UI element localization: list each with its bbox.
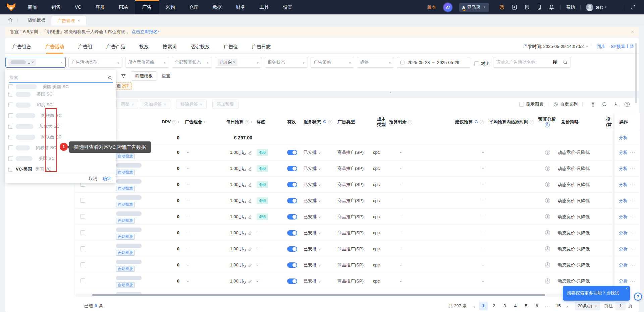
- search-icon[interactable]: [108, 75, 113, 80]
- subnav-item[interactable]: 否定投放: [191, 40, 210, 54]
- budget-analysis-icon[interactable]: $: [545, 278, 550, 284]
- money-circle-icon[interactable]: $: [545, 122, 550, 127]
- close-icon[interactable]: ×: [626, 286, 628, 291]
- refresh-icon[interactable]: [602, 102, 607, 107]
- campaign-type-select[interactable]: 广告活动类型∨: [68, 57, 122, 68]
- marketplace-switcher[interactable]: a 亚马逊 ▼: [459, 3, 489, 12]
- tab-store-authorization[interactable]: 店铺授权: [22, 14, 51, 25]
- filter-template-button[interactable]: 筛选模板: [131, 71, 157, 81]
- budget-analysis-icon[interactable]: $: [545, 214, 550, 219]
- prev-page-icon[interactable]: ‹: [474, 303, 475, 309]
- info-icon[interactable]: ?: [328, 120, 332, 124]
- custom-columns-button[interactable]: 自定义列: [560, 101, 578, 107]
- row-checkbox[interactable]: [80, 230, 85, 235]
- top-nav-item[interactable]: 设置: [276, 0, 300, 14]
- edit-pencil-icon[interactable]: [248, 166, 252, 171]
- checkbox[interactable]: [8, 145, 13, 150]
- campaign-row[interactable]: 自动投放 0 - ريال1.00 456 已安排∨ 商品推广(SP) cpc …: [75, 161, 639, 177]
- subnav-item[interactable]: 广告组: [78, 40, 92, 54]
- sp-budget-limit-link[interactable]: SP预算上限: [611, 44, 634, 50]
- budget-analysis-icon[interactable]: $: [545, 182, 550, 187]
- checkbox[interactable]: [8, 113, 13, 118]
- subnav-item[interactable]: 广告产品: [106, 40, 125, 54]
- subnav-item[interactable]: 广告位: [224, 40, 238, 54]
- checkbox[interactable]: [8, 135, 13, 139]
- campaign-row[interactable]: 自动投放 0 - ريال1.00 - 已安排∨ 商品推广(SP) cpc - …: [75, 241, 639, 257]
- cancel-button[interactable]: 取消: [89, 176, 97, 182]
- fullscreen-icon[interactable]: [630, 4, 636, 10]
- page-number[interactable]: ···: [543, 302, 552, 310]
- campaign-row[interactable]: 自动投放 0 - ريال1.00 456 已安排∨ 商品推广(SP) cpc …: [75, 177, 639, 193]
- help-link[interactable]: 帮助: [566, 4, 575, 10]
- campaign-row[interactable]: 自动投放 0 - ريال1.00 - 已安排∨ 商品推广(SP) cpc - …: [75, 225, 639, 241]
- more-actions[interactable]: ···: [630, 278, 635, 285]
- filter-funnel-icon[interactable]: [121, 73, 126, 79]
- add-alert-button[interactable]: 添加预警: [212, 100, 238, 109]
- info-icon[interactable]: ?: [408, 120, 412, 124]
- analyze-link[interactable]: 分析: [619, 262, 628, 268]
- edit-pencil-icon[interactable]: [248, 214, 252, 219]
- campaign-row[interactable]: 自动投放 0 - ريال1.00 - 已安排∨ 商品推广(SP) cpc - …: [75, 273, 639, 289]
- cell-service-status[interactable]: 已安排∨: [304, 262, 321, 268]
- bell-icon[interactable]: [549, 4, 554, 10]
- page-number[interactable]: 6: [533, 302, 541, 310]
- version-link[interactable]: 版本: [427, 4, 436, 10]
- cell-service-status[interactable]: 已安排∨: [304, 197, 321, 204]
- enabled-toggle[interactable]: [287, 150, 297, 155]
- bid-strategy-select[interactable]: 所有竞价策略∨: [125, 57, 169, 68]
- more-actions[interactable]: ···: [630, 181, 635, 188]
- ai-assistant-icon[interactable]: AI: [443, 3, 452, 12]
- remove-tag-button[interactable]: 移除标签∨: [176, 100, 207, 109]
- top-nav-item[interactable]: 数据: [206, 0, 229, 14]
- adjust-button[interactable]: 调整∨: [116, 100, 138, 109]
- vertical-scrollbar[interactable]: [635, 43, 637, 103]
- edit-pencil-icon[interactable]: [248, 150, 252, 154]
- top-nav-item[interactable]: 财务: [229, 0, 253, 14]
- tab-ad-management[interactable]: 广告管理×: [51, 16, 86, 25]
- enabled-toggle[interactable]: [287, 246, 297, 252]
- campaign-row[interactable]: 自动投放 0 - ريال1.00 456 已安排∨ 商品推广(SP) cpc …: [75, 209, 639, 225]
- tag-select[interactable]: 标签∨: [357, 57, 394, 68]
- analyze-link[interactable]: 分析: [619, 149, 628, 156]
- edit-pencil-icon[interactable]: [248, 231, 252, 235]
- cell-service-status[interactable]: 已安排∨: [304, 149, 321, 156]
- sort-icon[interactable]: ▲▼: [250, 120, 252, 124]
- page-number[interactable]: 1: [479, 302, 488, 310]
- refresh-icon[interactable]: [323, 120, 327, 124]
- refresh-icon[interactable]: [474, 120, 478, 124]
- checkbox[interactable]: [474, 61, 479, 66]
- enabled-toggle[interactable]: [287, 166, 297, 171]
- more-actions[interactable]: ···: [630, 246, 635, 252]
- show-chart-checkbox[interactable]: [519, 102, 524, 107]
- more-actions[interactable]: ···: [630, 149, 635, 156]
- edit-pencil-icon[interactable]: [248, 182, 252, 187]
- scrollbar-thumb[interactable]: [92, 294, 545, 296]
- analyze-link[interactable]: 分析: [619, 213, 628, 220]
- subnav-item[interactable]: 广告日志: [252, 40, 271, 54]
- date-range-picker[interactable]: 2025-05-23 ~ 2025-05-29: [397, 57, 470, 68]
- analyze-link[interactable]: 分析: [619, 230, 628, 236]
- user-name[interactable]: test: [596, 5, 603, 10]
- cell-service-status[interactable]: 已安排∨: [304, 246, 321, 252]
- top-nav-item[interactable]: 广告: [135, 0, 159, 14]
- remove-tag-icon[interactable]: ×: [32, 60, 34, 65]
- next-page-icon[interactable]: ›: [567, 303, 568, 309]
- analyze-link[interactable]: 分析: [619, 197, 628, 204]
- help-circle-icon[interactable]: ?: [625, 102, 630, 107]
- enabled-toggle[interactable]: [287, 182, 297, 187]
- task-list-icon[interactable]: [524, 4, 530, 10]
- budget-analysis-icon[interactable]: $: [545, 262, 550, 267]
- horizontal-scrollbar[interactable]: [75, 294, 614, 297]
- goto-page-input[interactable]: 1: [615, 302, 626, 310]
- info-icon[interactable]: ?: [480, 120, 484, 124]
- budget-status-select[interactable]: 全部预算状态∨: [172, 57, 212, 68]
- reset-button[interactable]: 重置: [162, 73, 170, 79]
- more-actions[interactable]: ···: [630, 213, 635, 220]
- ad-strategy-select[interactable]: 广告策略∨: [311, 57, 354, 68]
- sort-icon[interactable]: ▲▼: [177, 120, 179, 124]
- analyze-link[interactable]: 分析: [619, 278, 628, 285]
- analyze-link[interactable]: 分析: [619, 165, 628, 172]
- remove-tag-icon[interactable]: ×: [233, 60, 235, 65]
- store-option[interactable]: VC-美国 美国 VC: [5, 164, 116, 174]
- user-avatar[interactable]: [586, 4, 593, 11]
